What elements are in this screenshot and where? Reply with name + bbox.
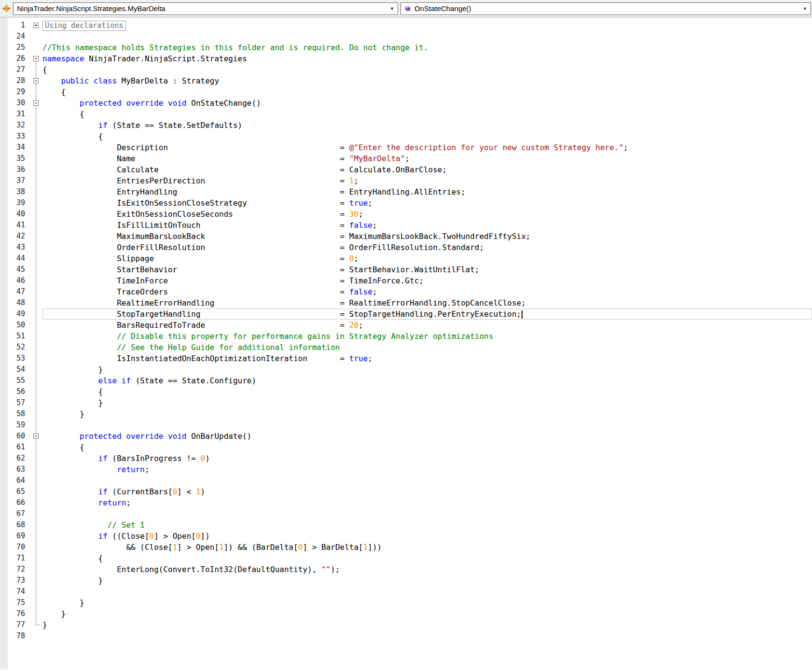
line-number: 78 <box>0 630 30 642</box>
code-line[interactable]: 31 { <box>0 109 812 120</box>
fold-margin <box>30 431 42 442</box>
code-line[interactable]: 41 IsFillLimitOnTouch = false; <box>0 220 812 231</box>
line-number: 67 <box>0 508 30 519</box>
code-line[interactable]: 62 if (BarsInProgress != 0) <box>0 453 812 464</box>
line-number: 50 <box>0 320 30 331</box>
line-number: 74 <box>0 586 30 597</box>
code-text: namespace NinjaTrader.NinjaScript.Strate… <box>42 53 812 64</box>
fold-margin <box>30 353 42 364</box>
line-number: 41 <box>0 220 30 231</box>
code-line[interactable]: 25//This namespace holds Strategies in t… <box>0 42 812 53</box>
code-line[interactable]: 65 if (CurrentBars[0] < 1) <box>0 486 812 497</box>
code-line[interactable]: 39 IsExitOnSessionCloseStrategy = true; <box>0 197 812 209</box>
code-line[interactable]: 74 <box>0 586 812 597</box>
collapsed-region[interactable]: Using declarations <box>42 21 126 31</box>
code-line[interactable]: 72 EnterLong(Convert.ToInt32(DefaultQuan… <box>0 564 812 575</box>
code-line[interactable]: 63 return; <box>0 464 812 475</box>
line-number: 65 <box>0 486 30 497</box>
code-line[interactable]: 61 { <box>0 442 812 453</box>
code-text: && (Close[1] > Open[1]) && (BarDelta[0] … <box>42 542 812 553</box>
code-line[interactable]: 66 return; <box>0 497 812 508</box>
code-text: { <box>42 553 812 564</box>
code-line[interactable]: 75 } <box>0 597 812 608</box>
method-icon <box>404 5 412 12</box>
code-line[interactable]: 40 ExitOnSessionCloseSeconds = 30; <box>0 209 812 220</box>
line-number: 40 <box>0 209 30 220</box>
line-number: 62 <box>0 453 30 464</box>
code-line[interactable]: 47 TraceOrders = false; <box>0 286 812 297</box>
code-line[interactable]: 28 public class MyBarDelta : Strategy <box>0 75 812 86</box>
code-line[interactable]: 60 protected override void OnBarUpdate() <box>0 431 812 442</box>
fold-margin <box>30 142 42 153</box>
code-text: EnterLong(Convert.ToInt32(DefaultQuantit… <box>42 564 812 575</box>
line-number: 64 <box>0 475 30 486</box>
code-line[interactable]: 45 StartBehavior = StartBehavior.WaitUnt… <box>0 264 812 275</box>
code-line[interactable]: 27{ <box>0 64 812 75</box>
code-line[interactable]: 38 EntryHandling = EntryHandling.AllEntr… <box>0 186 812 197</box>
code-line[interactable]: 42 MaximumBarsLookBack = MaximumBarsLook… <box>0 231 812 242</box>
code-line[interactable]: 58 } <box>0 408 812 420</box>
fold-margin <box>30 397 42 408</box>
code-line[interactable]: 68 // Set 1 <box>0 519 812 531</box>
code-line[interactable]: 53 IsInstantiatedOnEachOptimizationItera… <box>0 353 812 364</box>
code-line[interactable]: 30 protected override void OnStateChange… <box>0 98 812 109</box>
code-line[interactable]: 24 <box>0 31 812 42</box>
code-line[interactable]: 78 <box>0 630 812 642</box>
code-line[interactable]: 26namespace NinjaTrader.NinjaScript.Stra… <box>0 53 812 64</box>
code-line[interactable]: 48 RealtimeErrorHandling = RealtimeError… <box>0 297 812 308</box>
code-line[interactable]: 52 // See the Help Guide for additional … <box>0 342 812 353</box>
fold-margin <box>30 597 42 608</box>
code-line[interactable]: 56 { <box>0 386 812 397</box>
code-line[interactable]: 43 OrderFillResolution = OrderFillResolu… <box>0 242 812 253</box>
code-line[interactable]: 67 <box>0 508 812 519</box>
code-line[interactable]: 29 { <box>0 86 812 98</box>
code-line[interactable]: 69 if ((Close[0] > Open[0]) <box>0 531 812 542</box>
code-line[interactable]: 44 Slippage = 0; <box>0 253 812 264</box>
fold-collapse-button[interactable] <box>33 434 39 439</box>
code-line[interactable]: 77} <box>0 619 812 630</box>
fold-margin <box>30 442 42 453</box>
fold-margin <box>30 109 42 120</box>
line-number: 58 <box>0 408 30 420</box>
line-number: 42 <box>0 231 30 242</box>
chevron-down-icon[interactable]: ▼ <box>390 6 394 11</box>
code-text: IsFillLimitOnTouch = false; <box>42 220 812 231</box>
code-text: } <box>42 364 812 375</box>
code-line[interactable]: 76 } <box>0 608 812 619</box>
code-line[interactable]: 1Using declarations <box>0 20 812 31</box>
code-line[interactable]: 35 Name = "MyBarDelta"; <box>0 153 812 164</box>
type-dropdown[interactable]: NinjaTrader.NinjaScript.Strategies.MyBar… <box>13 2 398 15</box>
code-text: // Disable this property for performance… <box>42 331 812 342</box>
code-line[interactable]: 54 } <box>0 364 812 375</box>
chevron-down-icon[interactable]: ▼ <box>803 6 807 11</box>
line-number: 76 <box>0 608 30 619</box>
fold-collapse-button[interactable] <box>33 100 39 106</box>
code-line[interactable]: 70 && (Close[1] > Open[1]) && (BarDelta[… <box>0 542 812 553</box>
code-line[interactable]: 73 } <box>0 575 812 586</box>
line-number: 43 <box>0 242 30 253</box>
code-editor[interactable]: 1Using declarations2425//This namespace … <box>0 17 812 670</box>
code-line[interactable]: 51 // Disable this property for performa… <box>0 331 812 342</box>
code-line[interactable]: 34 Description = @"Enter the description… <box>0 142 812 153</box>
code-line[interactable]: 37 EntriesPerDirection = 1; <box>0 175 812 186</box>
code-line[interactable]: 32 if (State == State.SetDefaults) <box>0 120 812 131</box>
line-number: 60 <box>0 431 30 442</box>
code-line[interactable]: 33 { <box>0 131 812 142</box>
code-line[interactable]: 57 } <box>0 397 812 408</box>
code-line[interactable]: 64 <box>0 475 812 486</box>
code-text: } <box>42 597 812 608</box>
fold-expand-button[interactable] <box>33 23 39 28</box>
code-line[interactable]: 50 BarsRequiredToTrade = 20; <box>0 320 812 331</box>
fold-collapse-button[interactable] <box>33 78 39 84</box>
code-line[interactable]: 71 { <box>0 553 812 564</box>
fold-collapse-button[interactable] <box>33 56 39 61</box>
code-line[interactable]: 49 StopTargetHandling = StopTargetHandli… <box>0 308 812 320</box>
member-dropdown[interactable]: OnStateChange() ▼ <box>400 2 811 15</box>
line-number: 27 <box>0 64 30 75</box>
code-text: { <box>42 86 812 98</box>
code-line[interactable]: 46 TimeInForce = TimeInForce.Gtc; <box>0 275 812 286</box>
code-line[interactable]: 36 Calculate = Calculate.OnBarClose; <box>0 164 812 175</box>
code-line[interactable]: 59 <box>0 420 812 431</box>
code-text: TraceOrders = false; <box>42 286 812 297</box>
code-line[interactable]: 55 else if (State == State.Configure) <box>0 375 812 386</box>
